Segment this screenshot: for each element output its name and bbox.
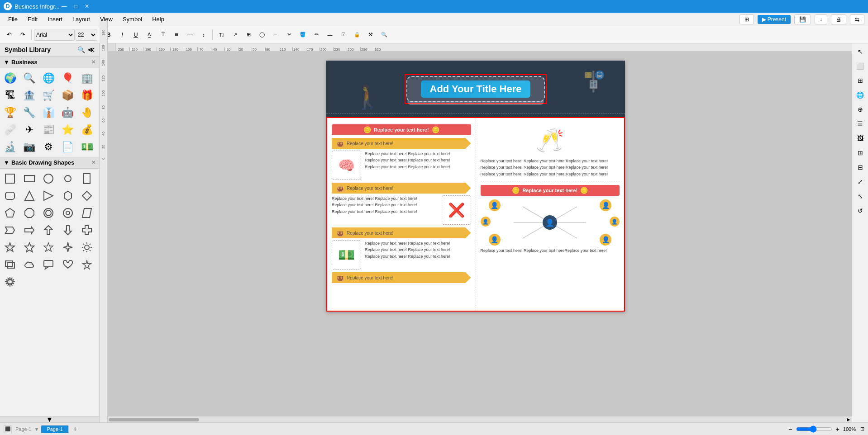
clip-btn[interactable]: ✂	[283, 28, 296, 41]
shape-arrow-down[interactable]	[60, 222, 76, 238]
icon-cart[interactable]: 🛒	[40, 87, 57, 104]
shape-parallelogram[interactable]	[79, 205, 95, 221]
present-btn[interactable]: ▶ Present	[758, 15, 791, 24]
shape-arrow-right[interactable]	[21, 222, 38, 238]
icon-gift[interactable]: 🎁	[79, 87, 95, 104]
shape-square[interactable]	[2, 170, 18, 187]
rp-image-btn[interactable]: 🖼	[854, 132, 867, 145]
icon-plane[interactable]: ✈	[21, 122, 38, 138]
align-left-btn[interactable]: ≡	[170, 28, 183, 41]
icon-globe2[interactable]: 🌐	[40, 70, 57, 86]
shapes-section-close[interactable]: ✕	[91, 160, 95, 165]
checkbox-btn[interactable]: ☑	[337, 28, 350, 41]
shape-star6[interactable]	[21, 239, 38, 255]
icon-balloon[interactable]: 🎈	[60, 70, 76, 86]
icon-microscope[interactable]: 🔬	[2, 139, 18, 155]
business-section-header[interactable]: ▼ Business ✕	[0, 57, 99, 68]
rp-group-btn[interactable]: ⊞	[854, 147, 867, 159]
lock-btn[interactable]: 🔒	[351, 28, 363, 41]
library-collapse-icon[interactable]: ≪	[88, 46, 95, 53]
redo-btn[interactable]: ↷	[16, 28, 29, 41]
minimize-btn[interactable]: —	[60, 3, 69, 9]
panel-scroll-down[interactable]: ▼	[0, 416, 99, 422]
icon-box[interactable]: 📦	[60, 87, 76, 104]
shape-cross[interactable]	[79, 222, 95, 238]
business-section-close[interactable]: ✕	[91, 59, 95, 65]
icon-bandaid[interactable]: 🩹	[2, 122, 18, 138]
scroll-right-btn[interactable]: ▶	[845, 416, 852, 423]
shape-circle-sm[interactable]	[60, 170, 76, 187]
shape-btn[interactable]: ◯	[256, 28, 268, 41]
zoom-out-btn[interactable]: −	[787, 426, 794, 433]
table-btn[interactable]: ⊞	[242, 28, 255, 41]
icon-gear[interactable]: ⚙	[40, 139, 57, 155]
arrow-banner-2[interactable]: 👜 Replace your text here!	[332, 183, 471, 194]
maximize-btn[interactable]: □	[72, 3, 79, 9]
arrow-banner-3[interactable]: 👜 Replace your text here!	[332, 227, 471, 238]
shape-triangle[interactable]	[21, 188, 38, 204]
menu-symbol[interactable]: Symbol	[118, 14, 147, 24]
align-center-btn[interactable]: ≡≡	[184, 28, 196, 41]
add-page-btn[interactable]: +	[71, 425, 80, 434]
shape-star-fancy[interactable]	[79, 256, 95, 273]
arrow-banner-1[interactable]: 👜 Replace your text here!	[332, 138, 471, 149]
icon-dollar[interactable]: 💵	[79, 139, 95, 155]
menu-help[interactable]: Help	[148, 14, 169, 24]
library-search-icon[interactable]: 🔍	[77, 46, 85, 53]
rp-shape-btn[interactable]: ⬜	[854, 60, 867, 72]
close-btn[interactable]: ✕	[83, 3, 91, 9]
content-img-2[interactable]: ❌	[442, 195, 471, 225]
menu-edit[interactable]: Edit	[23, 14, 42, 24]
library-scroll[interactable]: ▼ Business ✕ 🌍 🔍 🌐 🎈 🏢 🏗 🏦 🛒 📦 🎁 🏆 🔧 👔 🤖	[0, 57, 99, 416]
shape-rect[interactable]	[21, 170, 38, 187]
tool-btn[interactable]: ⚒	[364, 28, 377, 41]
content-img-1[interactable]: 🧠	[332, 151, 361, 180]
font-family-select[interactable]: Arial	[34, 29, 75, 41]
fill-btn[interactable]: 🪣	[296, 28, 309, 41]
left-section-banner[interactable]: 🪙 Replace your text here! 🪙	[332, 124, 471, 135]
icon-hand[interactable]: 🤚	[79, 104, 95, 121]
underline-btn[interactable]: U	[129, 28, 142, 41]
font-color-btn[interactable]: A̲	[143, 28, 156, 41]
rp-table-btn[interactable]: ⊟	[854, 161, 867, 174]
shape-octagon[interactable]	[21, 205, 38, 221]
zoom-slider[interactable]	[796, 426, 832, 433]
icon-star[interactable]: ⭐	[60, 122, 76, 138]
strikethrough-btn[interactable]: T̄	[157, 28, 169, 41]
rp-grid-btn[interactable]: ⊞	[854, 74, 867, 87]
icon-newspaper[interactable]: 📰	[40, 122, 57, 138]
title-box-selected[interactable]: Add Your Title Here	[405, 74, 547, 104]
shape-ring-sm[interactable]	[60, 205, 76, 221]
insert-text-btn[interactable]: T⃞	[215, 28, 228, 41]
print-btn[interactable]: 🖨	[831, 14, 846, 24]
italic-btn[interactable]: I	[116, 28, 129, 41]
shape-chevron[interactable]	[2, 222, 18, 238]
shape-star-outline[interactable]	[40, 239, 57, 255]
icon-document[interactable]: 📄	[60, 139, 76, 155]
rp-connect-btn[interactable]: ⤡	[854, 190, 867, 203]
h-scroll-thumb[interactable]	[109, 418, 199, 421]
slide-title[interactable]: Add Your Title Here	[421, 80, 531, 98]
icon-construction[interactable]: 🏗	[2, 87, 18, 104]
icon-wrench[interactable]: 🔧	[21, 104, 38, 121]
rp-history-btn[interactable]: ↺	[854, 204, 867, 217]
menu-layout[interactable]: Layout	[68, 14, 95, 24]
shape-rect-tall[interactable]	[79, 170, 95, 187]
icon-globe[interactable]: 🌍	[2, 70, 18, 86]
download-btn[interactable]: ↓	[815, 14, 827, 24]
line-btn[interactable]: —	[324, 28, 336, 41]
line-spacing-btn[interactable]: ↕	[197, 28, 210, 41]
shape-star4[interactable]	[60, 239, 76, 255]
icon-building[interactable]: 🏢	[79, 70, 95, 86]
horizontal-scrollbar[interactable]: ▶	[100, 416, 852, 422]
undo-btn[interactable]: ↶	[3, 28, 15, 41]
shape-cloud[interactable]	[21, 256, 38, 273]
eq-btn[interactable]: ≡	[269, 28, 282, 41]
menu-file[interactable]: File	[4, 14, 22, 24]
icon-trophy[interactable]: 🏆	[2, 104, 18, 121]
slide-panel-toggle[interactable]: ⬛	[4, 425, 12, 433]
arrow-banner-4[interactable]: 👜 Replace your text here!	[332, 272, 471, 283]
icon-money-bag[interactable]: 💰	[79, 122, 95, 138]
window-controls[interactable]: — □ ✕	[60, 3, 91, 9]
content-img-3[interactable]: 💵	[332, 240, 361, 270]
